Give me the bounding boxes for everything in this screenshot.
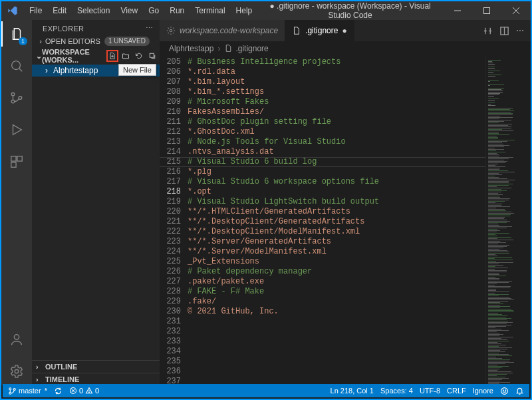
tab-label: .gitignore (305, 26, 338, 35)
activity-bar: 1 (1, 20, 32, 385)
more-actions-icon[interactable]: ⋯ (516, 26, 524, 35)
activity-extensions-icon[interactable] (1, 152, 32, 172)
status-bar: master* 0 0 Ln 218, Col 1 Spaces: 4 UTF-… (3, 384, 529, 397)
file-icon (224, 44, 233, 53)
activity-run-debug-icon[interactable] (1, 120, 32, 140)
collapse-all-button[interactable] (146, 50, 158, 62)
warning-icon (85, 387, 93, 395)
status-errors: 0 (79, 387, 83, 395)
svg-point-31 (505, 389, 506, 390)
window-title: ● .gitignore - workspace (Workspace) - V… (257, 1, 443, 20)
sync-icon (54, 387, 63, 395)
tooltip-new-file: New File (118, 64, 156, 76)
window-close-button[interactable] (501, 1, 531, 20)
activity-settings-icon[interactable] (1, 361, 32, 381)
menu-selection[interactable]: Selection (72, 1, 115, 20)
main-menu: File Edit Selection View Go Run Terminal… (24, 1, 257, 20)
open-editors-label: OPEN EDITORS (45, 37, 100, 45)
vscode-logo-icon (1, 5, 24, 16)
svg-rect-10 (11, 156, 16, 161)
workspace-section[interactable]: ⌄ WORKSPACE (WORKS... (32, 47, 160, 65)
svg-point-23 (13, 388, 15, 390)
chevron-right-icon: › (36, 375, 45, 383)
tab-workspace[interactable]: workspace.code-workspace (160, 20, 285, 41)
menu-help[interactable]: Help (231, 1, 258, 20)
settings-icon (166, 26, 176, 35)
chevron-right-icon: › (36, 363, 45, 371)
workspace-label: WORKSPACE (WORKS... (42, 48, 106, 64)
timeline-label: TIMELINE (45, 375, 79, 383)
svg-rect-1 (484, 8, 490, 14)
status-spaces[interactable]: Spaces: 4 (380, 387, 413, 395)
svg-point-18 (170, 29, 172, 32)
editor-area: workspace.code-workspace .gitignore ● ⋯ … (160, 20, 531, 385)
status-branch-label: master (19, 387, 41, 395)
new-folder-button[interactable] (120, 50, 132, 62)
svg-rect-17 (150, 53, 154, 57)
vertical-scrollbar[interactable] (521, 56, 531, 385)
open-editors-section[interactable]: › OPEN EDITORS 1 UNSAVED (32, 35, 160, 47)
menu-go[interactable]: Go (143, 1, 164, 20)
status-sync[interactable] (54, 387, 63, 395)
tab-gitignore[interactable]: .gitignore ● (285, 20, 354, 41)
activity-explorer-icon[interactable]: 1 (1, 24, 32, 44)
window-maximize-button[interactable] (472, 1, 501, 20)
activity-scm-icon[interactable] (1, 88, 32, 108)
split-editor-icon[interactable] (499, 26, 509, 36)
status-warnings: 0 (95, 387, 99, 395)
status-encoding[interactable]: UTF-8 (420, 387, 440, 395)
chevron-right-icon: › (36, 37, 45, 45)
tree-item-label: Alphrtestapp (53, 66, 98, 75)
outline-section[interactable]: › OUTLINE (32, 360, 160, 373)
svg-point-7 (11, 100, 15, 103)
activity-search-icon[interactable] (1, 56, 32, 76)
status-language[interactable]: Ignore (473, 387, 493, 395)
svg-point-21 (9, 387, 11, 389)
window-minimize-button[interactable] (443, 1, 472, 20)
breadcrumb[interactable]: Alphrtestapp › .gitignore (160, 41, 531, 56)
status-feedback[interactable] (500, 387, 509, 395)
tab-label: workspace.code-workspace (180, 26, 278, 35)
line-gutter[interactable]: 2052062072082092102112122132142152162172… (160, 56, 188, 385)
editor-tabs: workspace.code-workspace .gitignore ● ⋯ (160, 20, 531, 41)
svg-point-22 (9, 392, 11, 394)
breadcrumb-seg[interactable]: Alphrtestapp (169, 44, 213, 53)
svg-point-14 (15, 369, 19, 373)
breadcrumb-seg[interactable]: .gitignore (235, 44, 268, 53)
new-file-button[interactable] (106, 50, 118, 62)
svg-point-28 (89, 392, 90, 393)
chevron-right-icon: › (45, 66, 53, 75)
svg-rect-12 (11, 162, 16, 167)
dirty-indicator-icon: ● (342, 26, 346, 35)
code-editor[interactable]: # Business Intelligence projects*.rdl.da… (188, 56, 485, 385)
compare-changes-icon[interactable] (483, 26, 493, 36)
menu-edit[interactable]: Edit (47, 1, 72, 20)
unsaved-badge: 1 UNSAVED (104, 37, 150, 46)
window-controls (443, 1, 531, 20)
refresh-button[interactable] (133, 50, 145, 62)
svg-point-13 (14, 335, 19, 339)
menu-view[interactable]: View (115, 1, 143, 20)
chevron-down-icon: ⌄ (36, 52, 42, 61)
explorer-badge: 1 (19, 37, 27, 45)
svg-line-5 (19, 69, 23, 72)
menu-terminal[interactable]: Terminal (190, 1, 230, 20)
svg-point-4 (12, 61, 21, 70)
menu-file[interactable]: File (24, 1, 47, 20)
status-lncol[interactable]: Ln 218, Col 1 (331, 387, 374, 395)
git-branch-icon (8, 387, 17, 395)
feedback-icon (500, 387, 509, 395)
error-icon (69, 387, 77, 395)
minimap[interactable] (485, 56, 521, 385)
status-problems[interactable]: 0 0 (69, 387, 99, 395)
file-icon (292, 26, 301, 35)
status-eol[interactable]: CRLF (447, 387, 466, 395)
svg-point-30 (503, 389, 503, 390)
status-notifications[interactable] (515, 387, 524, 395)
svg-rect-11 (17, 156, 22, 161)
status-branch[interactable]: master* (8, 387, 47, 395)
menu-run[interactable]: Run (164, 1, 190, 20)
activity-account-icon[interactable] (1, 329, 32, 349)
explorer-more-icon[interactable]: ⋯ (146, 24, 153, 33)
outline-label: OUTLINE (45, 363, 77, 371)
